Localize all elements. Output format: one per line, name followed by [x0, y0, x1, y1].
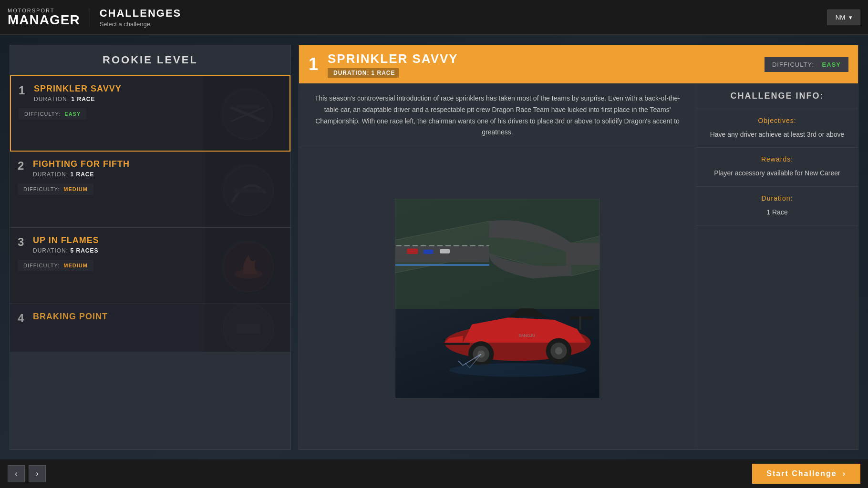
detail-duration: DURATION: 1 RACE [328, 68, 399, 78]
svg-rect-19 [570, 316, 593, 320]
duration-section: Duration: 1 Race [696, 187, 858, 225]
challenge-1-number: 1 [19, 84, 28, 97]
start-arrow-icon: › [843, 469, 846, 478]
header-title-area: CHALLENGES Select a challenge [90, 7, 182, 28]
right-panel: 1 SPRINKLER SAVVY DURATION: 1 RACE DIFFI… [299, 45, 858, 450]
challenge-item-3[interactable]: 3 UP IN FLAMES DURATION: 5 RACES DIFFICU… [10, 228, 290, 304]
challenge-info-header: CHALLENGE INFO: [696, 83, 858, 109]
left-panel: ROOKIE LEVEL 1 SPRINKLER SAVVY DURATION:… [10, 45, 291, 450]
challenge-1-difficulty: DIFFICULTY: EASY [19, 108, 86, 120]
detail-duration-value: 1 RACE [371, 70, 395, 76]
objectives-section: Objectives: Have any driver achieve at l… [696, 109, 858, 148]
svg-rect-13 [407, 249, 418, 254]
logo-bottom: MANAGER [8, 13, 80, 27]
detail-title-area: SPRINKLER SAVVY DURATION: 1 RACE [328, 51, 755, 78]
next-arrow-button[interactable]: › [29, 465, 46, 482]
challenge-3-content: 3 UP IN FLAMES DURATION: 5 RACES DIFFICU… [10, 228, 290, 304]
header: MOTORSPORT MANAGER CHALLENGES Select a c… [0, 0, 868, 35]
bottom-bar: ‹ › Start Challenge › [0, 459, 868, 488]
chevron-down-icon: ▾ [849, 14, 852, 21]
nm-label: NM [836, 14, 845, 21]
detail-header: 1 SPRINKLER SAVVY DURATION: 1 RACE DIFFI… [299, 45, 858, 83]
challenge-4-info: BRAKING POINT [33, 312, 108, 322]
detail-body: This season's controversial introduction… [299, 83, 858, 449]
rewards-value: Player accessory available for New Caree… [706, 168, 848, 178]
challenge-1-header: 1 SPRINKLER SAVVY DURATION: 1 RACE [19, 84, 282, 102]
challenge-1-duration: DURATION: 1 RACE [34, 96, 122, 102]
svg-rect-20 [579, 316, 581, 330]
detail-right: CHALLENGE INFO: Objectives: Have any dri… [696, 83, 858, 449]
detail-difficulty-value: EASY [822, 61, 841, 68]
svg-rect-12 [566, 243, 599, 265]
challenge-2-info: FIGHTING FOR FIFTH DURATION: 1 RACE [33, 159, 130, 178]
header-right: NM ▾ [827, 10, 860, 25]
challenge-3-difficulty: DIFFICULTY: MEDIUM [18, 260, 93, 271]
challenge-4-number: 4 [18, 312, 27, 325]
svg-rect-15 [440, 249, 450, 254]
detail-image: SANGJU [395, 199, 600, 399]
duration-info-label: Duration: [706, 194, 848, 202]
challenge-3-number: 3 [18, 235, 27, 249]
challenge-4-title: BRAKING POINT [33, 312, 108, 322]
challenge-4-content: 4 BRAKING POINT [10, 304, 290, 352]
challenge-item-4[interactable]: 4 BRAKING POINT [10, 304, 290, 352]
challenge-3-duration: DURATION: 5 RACES [33, 247, 99, 254]
challenge-1-content: 1 SPRINKLER SAVVY DURATION: 1 RACE DIFFI… [11, 76, 289, 151]
objectives-value: Have any driver achieve at least 3rd or … [706, 129, 848, 140]
svg-rect-21 [443, 343, 470, 345]
svg-point-28 [449, 363, 586, 377]
challenge-list: 1 SPRINKLER SAVVY DURATION: 1 RACE DIFFI… [10, 75, 290, 449]
challenge-2-content: 2 FIGHTING FOR FIFTH DURATION: 1 RACE DI… [10, 152, 290, 227]
duration-info-value: 1 Race [706, 207, 848, 217]
challenge-3-title: UP IN FLAMES [33, 235, 99, 245]
challenge-2-difficulty: DIFFICULTY: MEDIUM [18, 183, 93, 195]
start-challenge-button[interactable]: Start Challenge › [752, 464, 860, 484]
rewards-section: Rewards: Player accessory available for … [696, 148, 858, 186]
challenge-3-info: UP IN FLAMES DURATION: 5 RACES [33, 235, 99, 254]
detail-difficulty-badge: DIFFICULTY: EASY [765, 57, 848, 72]
rookie-level-header: ROOKIE LEVEL [10, 45, 290, 75]
svg-text:SANGJU: SANGJU [518, 334, 535, 338]
detail-number: 1 [309, 54, 318, 74]
main-content: ROOKIE LEVEL 1 SPRINKLER SAVVY DURATION:… [0, 35, 868, 459]
detail-title: SPRINKLER SAVVY [328, 51, 755, 66]
racecar-svg: SANGJU [435, 269, 600, 398]
detail-difficulty-label: DIFFICULTY: [772, 61, 814, 68]
challenge-2-title: FIGHTING FOR FIFTH [33, 159, 130, 169]
start-challenge-label: Start Challenge [766, 469, 837, 478]
challenge-2-duration: DURATION: 1 RACE [33, 171, 130, 178]
detail-left: This season's controversial introduction… [299, 83, 696, 449]
svg-rect-14 [424, 250, 434, 254]
challenge-2-number: 2 [18, 159, 27, 173]
objectives-label: Objectives: [706, 117, 848, 124]
arrow-left-icon: ‹ [15, 469, 17, 478]
challenge-2-header: 2 FIGHTING FOR FIFTH DURATION: 1 RACE [18, 159, 283, 178]
challenge-item-1[interactable]: 1 SPRINKLER SAVVY DURATION: 1 RACE DIFFI… [10, 75, 290, 152]
challenge-1-title: SPRINKLER SAVVY [34, 84, 122, 94]
detail-description: This season's controversial introduction… [299, 83, 696, 148]
svg-point-27 [555, 347, 562, 355]
rewards-label: Rewards: [706, 155, 848, 163]
detail-image-container: SANGJU [299, 148, 696, 449]
challenge-4-header: 4 BRAKING POINT [18, 312, 283, 325]
challenge-1-info: SPRINKLER SAVVY DURATION: 1 RACE [34, 84, 122, 102]
logo-bottom-text: MANAGER [8, 12, 80, 27]
logo-text: MOTORSPORT MANAGER [8, 8, 80, 27]
nm-button[interactable]: NM ▾ [827, 10, 860, 25]
logo-area: MOTORSPORT MANAGER [8, 8, 90, 27]
challenge-item-2[interactable]: 2 FIGHTING FOR FIFTH DURATION: 1 RACE DI… [10, 152, 290, 228]
page-title: CHALLENGES [100, 7, 182, 20]
detail-duration-label: DURATION: [333, 70, 369, 76]
page-subtitle: Select a challenge [100, 20, 182, 28]
challenge-3-header: 3 UP IN FLAMES DURATION: 5 RACES [18, 235, 283, 254]
prev-arrow-button[interactable]: ‹ [8, 465, 25, 482]
arrow-right-icon: › [36, 469, 38, 478]
